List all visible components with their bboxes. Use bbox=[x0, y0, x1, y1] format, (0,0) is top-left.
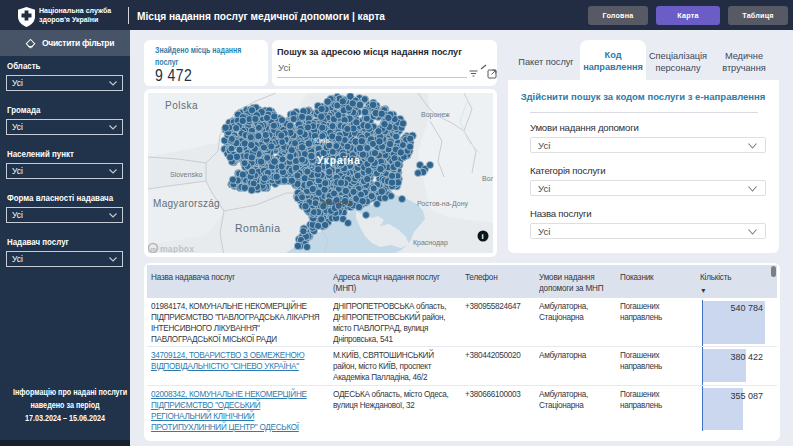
svg-text:Moldova: Moldova bbox=[322, 198, 353, 207]
svg-text:Ростов-на-Дону: Ростов-на-Дону bbox=[417, 200, 468, 208]
svg-text:Magyarország: Magyarország bbox=[153, 198, 220, 209]
svg-text:Воронеж: Воронеж bbox=[421, 111, 450, 119]
svg-text:Slovensko: Slovensko bbox=[170, 171, 202, 178]
svg-text:România: România bbox=[235, 222, 281, 234]
svg-text:Краснодар: Краснодар bbox=[413, 239, 448, 247]
svg-text:Вол: Вол bbox=[482, 175, 493, 182]
svg-text:Polska: Polska bbox=[165, 100, 198, 111]
svg-text:i: i bbox=[482, 232, 484, 241]
svg-text:m: m bbox=[151, 246, 156, 252]
svg-text:mapbox: mapbox bbox=[160, 244, 194, 254]
svg-text:Україна: Україна bbox=[317, 155, 361, 166]
svg-text:Київ: Київ bbox=[314, 136, 330, 145]
